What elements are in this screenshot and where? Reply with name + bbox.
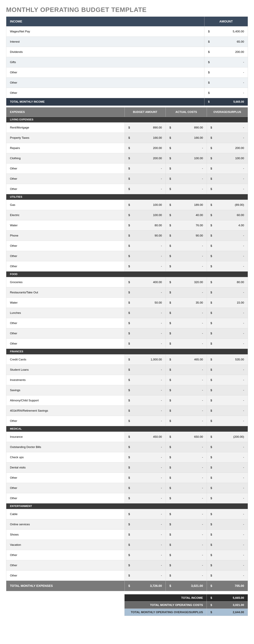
expense-row-label[interactable]: Repairs bbox=[6, 143, 125, 153]
expense-row-label[interactable]: Gas bbox=[6, 200, 125, 210]
expense-row-label[interactable]: Student Loans bbox=[6, 365, 125, 375]
expense-actual-amount[interactable]: $- bbox=[166, 174, 207, 184]
expense-budget-amount[interactable]: $- bbox=[125, 493, 166, 504]
expense-row-label[interactable]: Insurance bbox=[6, 432, 125, 442]
expense-row-label[interactable]: Other bbox=[6, 174, 125, 184]
expense-row-label[interactable]: Electric bbox=[6, 210, 125, 220]
expense-actual-amount[interactable]: $- bbox=[166, 328, 207, 338]
expense-overage-amount[interactable]: $- bbox=[207, 416, 248, 426]
income-row-amount[interactable]: $5,400.00 bbox=[204, 26, 248, 37]
expense-budget-amount[interactable]: $- bbox=[125, 509, 166, 519]
income-row-label[interactable]: Wages/Net Pay bbox=[6, 26, 204, 37]
expense-overage-amount[interactable]: $- bbox=[207, 473, 248, 483]
expense-actual-amount[interactable]: $- bbox=[166, 493, 207, 504]
expense-overage-amount[interactable]: $- bbox=[207, 328, 248, 338]
expense-actual-amount[interactable]: $- bbox=[166, 164, 207, 174]
expense-actual-amount[interactable]: $- bbox=[166, 143, 207, 153]
income-row-label[interactable]: Other bbox=[6, 88, 204, 98]
expense-actual-amount[interactable]: $189.00 bbox=[166, 200, 207, 210]
expense-overage-amount[interactable]: $- bbox=[207, 519, 248, 530]
expense-row-label[interactable]: 401k/IRA/Retirement Savings bbox=[6, 406, 125, 416]
expense-budget-amount[interactable]: $- bbox=[125, 261, 166, 272]
expense-budget-amount[interactable]: $90.00 bbox=[125, 230, 166, 241]
expense-budget-amount[interactable]: $- bbox=[125, 396, 166, 406]
expense-budget-amount[interactable]: $- bbox=[125, 483, 166, 493]
expense-actual-amount[interactable]: $- bbox=[166, 519, 207, 530]
expense-overage-amount[interactable]: $- bbox=[207, 164, 248, 174]
expense-overage-amount[interactable]: $- bbox=[207, 308, 248, 318]
expense-overage-amount[interactable]: $- bbox=[207, 570, 248, 581]
expense-budget-amount[interactable]: $100.00 bbox=[125, 210, 166, 220]
expense-row-label[interactable]: Online services bbox=[6, 519, 125, 530]
expense-row-label[interactable]: Other bbox=[6, 560, 125, 570]
expense-budget-amount[interactable]: $- bbox=[125, 308, 166, 318]
expense-row-label[interactable]: Other bbox=[6, 338, 125, 349]
expense-actual-amount[interactable]: $465.00 bbox=[166, 354, 207, 365]
expense-row-label[interactable]: Groceries bbox=[6, 277, 125, 288]
expense-overage-amount[interactable]: $15.00 bbox=[207, 298, 248, 308]
expense-overage-amount[interactable]: $- bbox=[207, 452, 248, 462]
expense-budget-amount[interactable]: $- bbox=[125, 416, 166, 426]
expense-actual-amount[interactable]: $- bbox=[166, 416, 207, 426]
expense-budget-amount[interactable]: $- bbox=[125, 174, 166, 184]
expense-overage-amount[interactable]: $- bbox=[207, 133, 248, 143]
expense-row-label[interactable]: Water bbox=[6, 298, 125, 308]
expense-overage-amount[interactable]: $- bbox=[207, 174, 248, 184]
expense-budget-amount[interactable]: $- bbox=[125, 328, 166, 338]
expense-actual-amount[interactable]: $- bbox=[166, 338, 207, 349]
expense-actual-amount[interactable]: $- bbox=[166, 540, 207, 550]
income-row-amount[interactable]: $200.00 bbox=[204, 47, 248, 57]
expense-row-label[interactable]: Other bbox=[6, 483, 125, 493]
expense-actual-amount[interactable]: $- bbox=[166, 530, 207, 540]
expense-overage-amount[interactable]: $200.00 bbox=[207, 143, 248, 153]
expense-row-label[interactable]: Dental visits bbox=[6, 462, 125, 473]
expense-actual-amount[interactable]: $40.00 bbox=[166, 210, 207, 220]
expense-budget-amount[interactable]: $80.00 bbox=[125, 220, 166, 230]
expense-actual-amount[interactable]: $- bbox=[166, 462, 207, 473]
expense-overage-amount[interactable]: $- bbox=[207, 288, 248, 298]
expense-row-label[interactable]: Outstanding Doctor Bills bbox=[6, 442, 125, 452]
expense-row-label[interactable]: Other bbox=[6, 241, 125, 251]
expense-budget-amount[interactable]: $- bbox=[125, 560, 166, 570]
expense-overage-amount[interactable]: $- bbox=[207, 241, 248, 251]
expense-actual-amount[interactable]: $- bbox=[166, 385, 207, 396]
expense-row-label[interactable]: Investments bbox=[6, 375, 125, 385]
expense-actual-amount[interactable]: $- bbox=[166, 251, 207, 261]
expense-actual-amount[interactable]: $- bbox=[166, 550, 207, 560]
expense-actual-amount[interactable]: $- bbox=[166, 509, 207, 519]
expense-budget-amount[interactable]: $- bbox=[125, 164, 166, 174]
expense-actual-amount[interactable]: $100.00 bbox=[166, 153, 207, 164]
expense-overage-amount[interactable]: $- bbox=[207, 184, 248, 194]
expense-budget-amount[interactable]: $1,000.00 bbox=[125, 354, 166, 365]
expense-actual-amount[interactable]: $- bbox=[166, 406, 207, 416]
expense-actual-amount[interactable]: $35.00 bbox=[166, 298, 207, 308]
expense-actual-amount[interactable]: $- bbox=[166, 396, 207, 406]
expense-overage-amount[interactable]: $- bbox=[207, 509, 248, 519]
expense-overage-amount[interactable]: $- bbox=[207, 318, 248, 328]
expense-actual-amount[interactable]: $- bbox=[166, 241, 207, 251]
expense-row-label[interactable]: Other bbox=[6, 493, 125, 504]
expense-actual-amount[interactable]: $- bbox=[166, 473, 207, 483]
expense-actual-amount[interactable]: $320.00 bbox=[166, 277, 207, 288]
income-row-amount[interactable]: $- bbox=[204, 78, 248, 88]
expense-budget-amount[interactable]: $- bbox=[125, 530, 166, 540]
expense-budget-amount[interactable]: $- bbox=[125, 184, 166, 194]
expense-actual-amount[interactable]: $166.00 bbox=[166, 133, 207, 143]
expense-overage-amount[interactable]: $- bbox=[207, 493, 248, 504]
expense-row-label[interactable]: Other bbox=[6, 416, 125, 426]
expense-actual-amount[interactable]: $- bbox=[166, 375, 207, 385]
expense-row-label[interactable]: Restaurants/Take Out bbox=[6, 288, 125, 298]
expense-budget-amount[interactable]: $- bbox=[125, 318, 166, 328]
expense-budget-amount[interactable]: $- bbox=[125, 365, 166, 375]
expense-overage-amount[interactable]: $4.00 bbox=[207, 220, 248, 230]
expense-row-label[interactable]: Other bbox=[6, 550, 125, 560]
expense-budget-amount[interactable]: $- bbox=[125, 570, 166, 581]
expense-actual-amount[interactable]: $- bbox=[166, 318, 207, 328]
income-row-label[interactable]: Gifts bbox=[6, 57, 204, 68]
expense-overage-amount[interactable]: $60.00 bbox=[207, 210, 248, 220]
expense-row-label[interactable]: Savings bbox=[6, 385, 125, 396]
expense-row-label[interactable]: Clothing bbox=[6, 153, 125, 164]
expense-overage-amount[interactable]: $- bbox=[207, 462, 248, 473]
expense-overage-amount[interactable]: $- bbox=[207, 550, 248, 560]
expense-actual-amount[interactable]: $- bbox=[166, 308, 207, 318]
